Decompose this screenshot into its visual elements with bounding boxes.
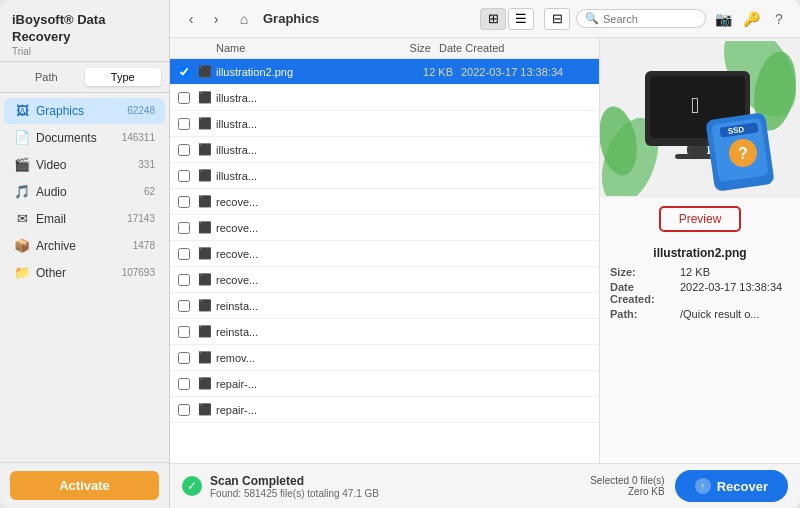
file-name-9: reinsta... (216, 300, 396, 312)
file-name-4: illustra... (216, 170, 396, 182)
main-content: ‹ › ⌂ Graphics ⊞ ☰ ⊟ 🔍 📷 🔑 ? Name Size D… (170, 0, 800, 508)
header-size: Size (374, 42, 439, 54)
file-checkbox-7[interactable] (178, 248, 198, 260)
file-type-icon-3: ⬛ (198, 143, 216, 156)
preview-path: Path: /Quick result o... (610, 308, 790, 320)
table-row[interactable]: ⬛ repair-... (170, 397, 599, 423)
filter-button[interactable]: ⊟ (544, 8, 570, 30)
scan-complete-icon: ✓ (182, 476, 202, 496)
file-name-3: illustra... (216, 144, 396, 156)
file-checkbox-10[interactable] (178, 326, 198, 338)
recover-button[interactable]: ↑ Recover (675, 470, 788, 502)
sidebar-item-documents[interactable]: 📄 Documents 146311 (4, 125, 165, 151)
file-type-icon-9: ⬛ (198, 299, 216, 312)
file-list: ⬛ illustration2.png 12 KB 2022-03-17 13:… (170, 59, 599, 463)
file-date-0: 2022-03-17 13:38:34 (461, 66, 591, 78)
back-button[interactable]: ‹ (180, 8, 202, 30)
table-row[interactable]: ⬛ illustra... (170, 111, 599, 137)
table-row[interactable]: ⬛ reinsta... (170, 319, 599, 345)
app-subtitle: Trial (12, 46, 157, 57)
file-checkbox-5[interactable] (178, 196, 198, 208)
table-row[interactable]: ⬛ remov... (170, 345, 599, 371)
grid-view-button[interactable]: ⊞ (480, 8, 506, 30)
file-checkbox-3[interactable] (178, 144, 198, 156)
file-name-1: illustra... (216, 92, 396, 104)
home-button[interactable]: ⌂ (233, 8, 255, 30)
key-button[interactable]: 🔑 (740, 8, 762, 30)
sidebar-item-other[interactable]: 📁 Other 107693 (4, 260, 165, 286)
forward-button[interactable]: › (205, 8, 227, 30)
tab-type[interactable]: Type (85, 68, 162, 86)
preview-illustration:  ? SSD (600, 41, 800, 196)
file-type-icon-1: ⬛ (198, 91, 216, 104)
sidebar-item-label-email: Email (36, 212, 127, 226)
file-name-2: illustra... (216, 118, 396, 130)
sidebar-item-audio[interactable]: 🎵 Audio 62 (4, 179, 165, 205)
table-row[interactable]: ⬛ recove... (170, 189, 599, 215)
app-title: iBoysoft® Data Recovery (12, 12, 157, 46)
help-button[interactable]: ? (768, 8, 790, 30)
file-type-icon-0: ⬛ (198, 65, 216, 78)
preview-size: Size: 12 KB (610, 266, 790, 278)
svg-text::  (691, 93, 699, 118)
tab-path[interactable]: Path (8, 68, 85, 86)
preview-btn-area: Preview (600, 198, 800, 240)
table-row[interactable]: ⬛ reinsta... (170, 293, 599, 319)
file-name-13: repair-... (216, 404, 396, 416)
file-checkbox-0[interactable] (178, 66, 198, 78)
sidebar-item-graphics[interactable]: 🖼 Graphics 62248 (4, 98, 165, 124)
file-type-icon-4: ⬛ (198, 169, 216, 182)
sidebar-item-count-audio: 62 (144, 186, 155, 197)
file-checkbox-8[interactable] (178, 274, 198, 286)
bottom-bar: ✓ Scan Completed Found: 581425 file(s) t… (170, 463, 800, 508)
preview-date-label: Date Created: (610, 281, 680, 305)
sidebar-item-archive[interactable]: 📦 Archive 1478 (4, 233, 165, 259)
file-checkbox-4[interactable] (178, 170, 198, 182)
table-row[interactable]: ⬛ illustra... (170, 137, 599, 163)
table-row[interactable]: ⬛ recove... (170, 215, 599, 241)
sidebar-item-label-archive: Archive (36, 239, 133, 253)
svg-text:?: ? (738, 145, 748, 162)
preview-filename: illustration2.png (610, 246, 790, 260)
sidebar: iBoysoft® Data Recovery Trial Path Type … (0, 0, 170, 508)
sidebar-item-email[interactable]: ✉ Email 17143 (4, 206, 165, 232)
list-view-button[interactable]: ☰ (508, 8, 534, 30)
other-icon: 📁 (14, 265, 30, 281)
preview-info: illustration2.png Size: 12 KB Date Creat… (600, 240, 800, 329)
table-row[interactable]: ⬛ illustra... (170, 85, 599, 111)
file-checkbox-12[interactable] (178, 378, 198, 390)
sidebar-activate-area: Activate (0, 462, 169, 508)
file-name-7: recove... (216, 248, 396, 260)
file-checkbox-11[interactable] (178, 352, 198, 364)
search-input[interactable] (603, 13, 697, 25)
file-name-5: recove... (216, 196, 396, 208)
table-row[interactable]: ⬛ repair-... (170, 371, 599, 397)
activate-button[interactable]: Activate (10, 471, 159, 500)
email-icon: ✉ (14, 211, 30, 227)
file-checkbox-13[interactable] (178, 404, 198, 416)
sidebar-item-count-archive: 1478 (133, 240, 155, 251)
table-row[interactable]: ⬛ recove... (170, 241, 599, 267)
file-type-icon-10: ⬛ (198, 325, 216, 338)
svg-rect-7 (687, 146, 708, 154)
toolbar: ‹ › ⌂ Graphics ⊞ ☰ ⊟ 🔍 📷 🔑 ? (170, 0, 800, 38)
archive-icon: 📦 (14, 238, 30, 254)
table-row[interactable]: ⬛ illustra... (170, 163, 599, 189)
file-checkbox-2[interactable] (178, 118, 198, 130)
sidebar-item-video[interactable]: 🎬 Video 331 (4, 152, 165, 178)
file-size-0: 12 KB (396, 66, 461, 78)
file-checkbox-6[interactable] (178, 222, 198, 234)
camera-button[interactable]: 📷 (712, 8, 734, 30)
file-name-11: remov... (216, 352, 396, 364)
file-type-icon-13: ⬛ (198, 403, 216, 416)
preview-image-area:  ? SSD (600, 38, 800, 198)
file-checkbox-1[interactable] (178, 92, 198, 104)
sidebar-item-count-other: 107693 (122, 267, 155, 278)
selected-files-size: Zero KB (590, 486, 664, 497)
video-icon: 🎬 (14, 157, 30, 173)
file-checkbox-9[interactable] (178, 300, 198, 312)
table-row[interactable]: ⬛ recove... (170, 267, 599, 293)
table-row[interactable]: ⬛ illustration2.png 12 KB 2022-03-17 13:… (170, 59, 599, 85)
preview-button[interactable]: Preview (659, 206, 742, 232)
file-name-0: illustration2.png (216, 66, 396, 78)
